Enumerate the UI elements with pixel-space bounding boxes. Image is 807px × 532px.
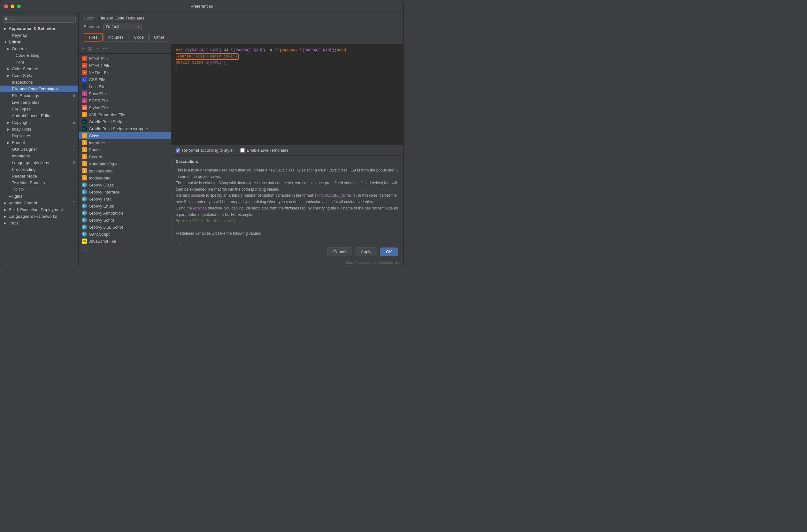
list-item[interactable]: HHTML File	[79, 55, 171, 62]
list-item[interactable]: Jmodule-info	[79, 174, 171, 182]
sidebar-item-inspections[interactable]: Inspections ☰	[0, 79, 78, 86]
sidebar-item-emmet[interactable]: ▶ Emmet	[0, 139, 78, 146]
sidebar-item-file-and-code-templates[interactable]: File and Code Templates	[0, 86, 78, 92]
module-info-icon: J	[82, 175, 87, 180]
editor-arrow-icon: ▼	[4, 41, 7, 44]
file-encodings-badge: ☰	[73, 94, 76, 98]
cancel-button[interactable]: Cancel	[327, 247, 352, 256]
maximize-button[interactable]	[17, 4, 21, 8]
help-button[interactable]: ?	[82, 249, 88, 255]
list-item[interactable]: JInterface	[79, 139, 171, 146]
live-templates-checkbox[interactable]	[240, 148, 245, 153]
list-item[interactable]: XXHTML File	[79, 69, 171, 76]
close-button[interactable]	[4, 4, 8, 8]
sidebar-item-language-injections[interactable]: Language Injections ☰	[0, 159, 78, 166]
groovy-dsl-icon: G	[82, 225, 87, 230]
sidebar-item-plugins[interactable]: Plugins ☰	[0, 193, 78, 200]
list-item[interactable]: StStylus File	[79, 104, 171, 111]
code-line-2: #parse("File Header.java")	[176, 54, 399, 60]
list-item[interactable]: GGant Script	[79, 231, 171, 238]
tab-code[interactable]: Code	[129, 33, 149, 41]
search-box[interactable]: 🔍	[3, 16, 76, 23]
list-item[interactable]: GGroovy Interface	[79, 188, 171, 195]
sidebar-item-font[interactable]: Font	[0, 59, 78, 65]
list-item-class[interactable]: JClass	[79, 132, 171, 139]
list-item[interactable]: JEnum	[79, 146, 171, 153]
sidebar-item-todo[interactable]: TODO	[0, 186, 78, 193]
sidebar-item-editor[interactable]: ▼ Editor	[0, 39, 78, 45]
list-item[interactable]: LLess File	[79, 83, 171, 90]
reformat-checkbox-label[interactable]: Reformat according to style	[176, 148, 232, 153]
sidebar-item-textmate-bundles[interactable]: TextMate Bundles	[0, 179, 78, 186]
reformat-checkbox[interactable]	[176, 148, 180, 153]
add-template-button[interactable]: +	[80, 46, 86, 52]
sidebar-item-languages-frameworks[interactable]: ▶ Languages & Frameworks	[0, 213, 78, 220]
css-icon: C	[82, 77, 87, 82]
minimize-button[interactable]	[11, 4, 14, 8]
inspections-badge: ☰	[73, 80, 76, 84]
copy-template-button[interactable]: ⧉	[87, 46, 93, 52]
list-item[interactable]: GGradle Build Script with wrapper	[79, 125, 171, 132]
list-item[interactable]: GGroovy Annotation	[79, 209, 171, 216]
sidebar-item-build-exec-deploy[interactable]: ▶ Build, Execution, Deployment	[0, 206, 78, 213]
list-item[interactable]: JRecord	[79, 153, 171, 160]
list-item[interactable]: SSass File	[79, 90, 171, 97]
tab-includes[interactable]: Includes	[103, 33, 128, 41]
list-item[interactable]: CCSS File	[79, 76, 171, 83]
sidebar-item-tools[interactable]: ▶ Tools	[0, 220, 78, 226]
sidebar-item-file-encodings[interactable]: File Encodings ☰	[0, 92, 78, 99]
apply-button[interactable]: Apply	[355, 247, 378, 256]
live-templates-checkbox-label[interactable]: Enable Live Templates	[240, 148, 288, 153]
sidebar-item-file-types[interactable]: File Types	[0, 106, 78, 112]
list-item[interactable]: GGroovy Class	[79, 182, 171, 188]
list-item[interactable]: GGroovy DSL Script	[79, 224, 171, 231]
remove-template-button[interactable]: −	[95, 46, 100, 52]
arrow-icon: ▶	[4, 27, 7, 30]
scheme-select[interactable]: Default Project	[103, 23, 142, 30]
sidebar-item-gui-designer[interactable]: GUI Designer ☰	[0, 146, 78, 153]
sidebar-item-general[interactable]: ▶ General	[0, 45, 78, 52]
gradle-icon: G	[82, 119, 87, 124]
sidebar-item-inlay-hints[interactable]: ▶ Inlay Hints ☰	[0, 126, 78, 133]
sidebar-item-copyright[interactable]: ▶ Copyright ☰	[0, 119, 78, 126]
gant-icon: G	[82, 231, 87, 236]
sidebar-item-code-style[interactable]: ▶ Code Style	[0, 72, 78, 79]
undo-template-button[interactable]: ↩	[101, 46, 108, 52]
list-item[interactable]: JSJavaScript File	[79, 238, 171, 245]
tab-files[interactable]: Files	[84, 33, 102, 41]
scheme-select-wrapper[interactable]: Default Project	[103, 23, 142, 30]
code-panel: #if (${PACKAGE_NAME} && ${PACKAGE_NAME} …	[171, 44, 403, 245]
search-input[interactable]	[3, 16, 76, 23]
list-item[interactable]: GGradle Build Script	[79, 118, 171, 125]
list-item[interactable]: XXML Properties File	[79, 111, 171, 118]
list-item[interactable]: HHTML4 File	[79, 62, 171, 69]
code-editor[interactable]: #if (${PACKAGE_NAME} && ${PACKAGE_NAME} …	[171, 44, 403, 145]
record-icon: J	[82, 154, 87, 159]
list-item[interactable]: SSCSS File	[79, 97, 171, 104]
gui-designer-badge: ☰	[73, 147, 76, 151]
sidebar-item-android-layout-editor[interactable]: Android Layout Editor	[0, 112, 78, 119]
sidebar-item-duplicates[interactable]: Duplicates	[0, 133, 78, 139]
list-item[interactable]: GGroovy Enum	[79, 203, 171, 209]
tab-other[interactable]: Other	[149, 33, 169, 41]
sidebar-item-appearance[interactable]: ▶ Appearance & Behavior	[0, 25, 78, 32]
inlay-hints-badge: ☰	[73, 127, 76, 131]
sidebar-item-color-scheme[interactable]: ▶ Color Scheme	[0, 65, 78, 72]
html-icon: H	[82, 56, 87, 61]
sidebar-item-live-templates[interactable]: Live Templates	[0, 99, 78, 106]
sidebar-item-reader-mode[interactable]: Reader Mode ☰	[0, 173, 78, 179]
list-item[interactable]: Jpackage-info	[79, 167, 171, 174]
list-item[interactable]: JAnnotationType	[79, 160, 171, 167]
sidebar-item-proofreading[interactable]: Proofreading	[0, 166, 78, 173]
ok-button[interactable]: OK	[380, 247, 398, 256]
sidebar-item-keymap[interactable]: Keymap	[0, 32, 78, 39]
list-item[interactable]: GGroovy Script	[79, 216, 171, 224]
list-item[interactable]: GGroovy Trait	[79, 195, 171, 203]
sidebar-item-code-editing[interactable]: Code Editing	[0, 52, 78, 59]
sidebar-item-version-control[interactable]: ▶ Version Control ☰	[0, 200, 78, 206]
vc-badge: ☰	[73, 201, 76, 205]
right-panel: Editor › File and Code Templates Scheme:…	[79, 13, 403, 266]
scheme-label: Scheme:	[84, 24, 100, 29]
interface-icon: J	[82, 140, 87, 145]
sidebar-item-intentions[interactable]: Intentions	[0, 153, 78, 159]
